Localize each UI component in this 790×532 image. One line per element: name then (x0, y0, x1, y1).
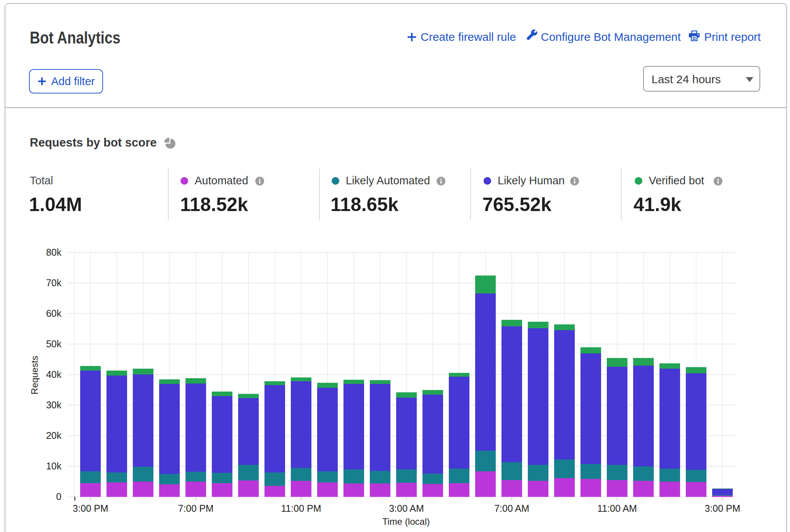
svg-text:10k: 10k (46, 461, 62, 471)
svg-text:Time (local): Time (local) (382, 516, 430, 527)
svg-text:40k: 40k (46, 369, 62, 380)
svg-text:60k: 60k (46, 308, 62, 319)
svg-text:11:00 AM: 11:00 AM (597, 503, 637, 514)
svg-text:11:00 PM: 11:00 PM (281, 503, 321, 514)
svg-text:3:00 PM: 3:00 PM (73, 503, 108, 514)
svg-text:7:00 PM: 7:00 PM (178, 503, 213, 514)
svg-text:70k: 70k (46, 277, 62, 288)
svg-text:50k: 50k (46, 339, 62, 349)
svg-text:3:00 AM: 3:00 AM (389, 503, 424, 514)
svg-text:0: 0 (56, 491, 61, 502)
svg-text:Requests: Requests (29, 356, 40, 394)
svg-text:80k: 80k (46, 247, 62, 258)
svg-text:7:00 AM: 7:00 AM (494, 503, 529, 514)
svg-text:3:00 PM: 3:00 PM (705, 503, 740, 514)
svg-text:30k: 30k (46, 400, 62, 410)
svg-text:20k: 20k (46, 430, 62, 441)
